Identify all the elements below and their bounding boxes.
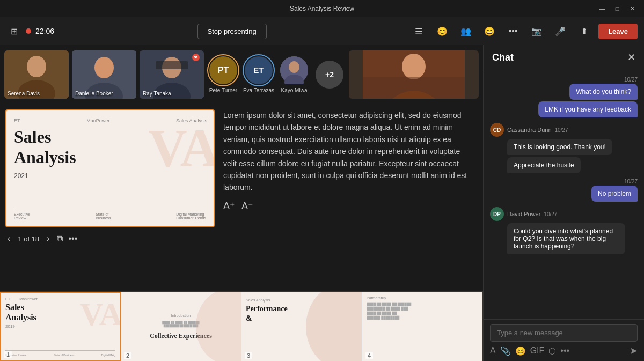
participant-eva[interactable]: ET Eva Terrazas — [243, 50, 275, 99]
slide-counter: 1 of 18 — [18, 235, 39, 243]
slide-watermark: VA — [148, 121, 215, 175]
chat-input-area: A 📎 😊 GIF ⬡ ••• ➤ — [484, 319, 644, 361]
grid-icon: ⊞ — [6, 24, 21, 39]
participants-button[interactable]: 👥 — [457, 22, 475, 40]
mic-button[interactable]: 🎤 — [551, 22, 569, 40]
camera-button[interactable]: 📷 — [528, 22, 546, 40]
svg-point-1 — [27, 56, 46, 77]
thumb-number-1: 1 — [4, 351, 12, 358]
msg-bubble-cassandra-1: This is looking good. Thank you! — [507, 139, 612, 155]
participant-label-serena: Serena Davis — [8, 91, 40, 97]
slide-nav: ‹ 1 of 18 › ⧉ ••• — [5, 232, 215, 246]
svg-point-11 — [289, 61, 299, 73]
participant-label-pete: Pete Turner — [209, 87, 237, 93]
svg-point-14 — [402, 54, 426, 79]
chat-input-field[interactable] — [490, 324, 638, 342]
participant-pete[interactable]: PT Pete Turner — [207, 50, 239, 99]
title-bar: Sales Analysis Review — □ ✕ — [0, 0, 644, 17]
avatar-david: DP — [490, 207, 504, 221]
toolbar-left: ⊞ 22:06 — [6, 24, 54, 39]
participants-strip: Serena Davis Danielle Booker — [0, 45, 483, 104]
toolbar-center: Stop presenting — [58, 24, 405, 39]
chat-title: Chat — [492, 52, 514, 63]
font-decrease-button[interactable]: A⁻ — [241, 200, 253, 212]
chat-toolbar: A 📎 😊 GIF ⬡ ••• ➤ — [490, 345, 638, 357]
time-display: 22:06 — [35, 27, 54, 35]
message-in-david: DP David Power 10/27 Could you dive into… — [490, 207, 638, 254]
format-text-button[interactable]: A — [490, 346, 496, 356]
svg-point-4 — [94, 57, 114, 78]
send-button[interactable]: ➤ — [630, 345, 638, 357]
avatar-cassandra: CD — [490, 123, 504, 137]
sender-date-cassandra: 10/27 — [555, 127, 568, 133]
participant-danielle[interactable]: Danielle Booker — [72, 50, 136, 99]
svg-rect-8 — [156, 61, 188, 69]
emoji-chat-button[interactable]: 😊 — [515, 346, 526, 356]
more-chat-button[interactable]: ••• — [560, 346, 569, 356]
duplicate-slide-button[interactable]: ⧉ — [57, 234, 63, 244]
prev-slide-button[interactable]: ‹ — [5, 232, 12, 246]
participant-label-ray: Ray Tanaka — [143, 91, 171, 97]
toolbar: ⊞ 22:06 Stop presenting ☰ 😊 👥 😄 ••• 📷 🎤 … — [0, 17, 644, 45]
main-slide-preview: ETManPowerSales Analysis SalesAnalysis 2… — [5, 109, 215, 227]
attach-button[interactable]: 📎 — [500, 346, 511, 356]
participant-ray[interactable]: Ray Tanaka ❤ — [140, 50, 204, 99]
slide-panel: ETManPowerSales Analysis SalesAnalysis 2… — [5, 109, 215, 286]
slide-more-button[interactable]: ••• — [68, 234, 77, 244]
chat-panel: Chat ✕ 10/27 What do you think? LMK if y… — [483, 45, 644, 361]
thumb-number-4: 4 — [365, 352, 373, 359]
next-slide-button[interactable]: › — [45, 232, 52, 246]
title-bar-title: Sales Analysis Review — [290, 5, 354, 12]
leave-button[interactable]: Leave — [598, 24, 638, 39]
participant-serena[interactable]: Serena Davis — [4, 50, 69, 99]
thumb-number-3: 3 — [245, 352, 252, 359]
participant-label-kayo: Kayo Miwa — [281, 87, 308, 93]
participant-label-danielle: Danielle Booker — [75, 91, 113, 97]
chat-header: Chat ✕ — [484, 45, 644, 70]
notes-area: Lorem ipsum dolor sit amet, consectetur … — [215, 109, 478, 286]
sender-cassandra: Cassandra Dunn — [507, 127, 552, 133]
share-button[interactable]: ⬆ — [575, 22, 593, 40]
gif-button[interactable]: GIF — [530, 346, 545, 356]
more-button[interactable]: ••• — [504, 22, 522, 40]
close-button[interactable]: ✕ — [627, 3, 638, 14]
minimize-button[interactable]: — — [597, 3, 608, 14]
slide-line — [14, 210, 206, 210]
thumb-number-2: 2 — [124, 352, 131, 359]
toolbar-right: ☰ 😊 👥 😄 ••• 📷 🎤 ⬆ Leave — [409, 22, 638, 40]
sticker-button[interactable]: ⬡ — [548, 346, 556, 356]
participant-kayo[interactable]: Kayo Miwa — [278, 50, 310, 99]
message-in-cassandra: CD Cassandra Dunn 10/27 This is looking … — [490, 123, 638, 173]
menu-icon-button[interactable]: ☰ — [409, 22, 428, 40]
reactions-button[interactable]: 😄 — [480, 22, 499, 40]
msg-date-2: 10/27 — [624, 179, 638, 185]
thumbnail-1[interactable]: ET ManPower SalesAnalysis 2019 VA Execut… — [0, 292, 121, 361]
thumb-collective-label: Collective Experiences — [150, 332, 212, 340]
font-increase-button[interactable]: A⁺ — [223, 200, 235, 212]
presentation-area: ETManPowerSales Analysis SalesAnalysis 2… — [0, 104, 483, 291]
msg-date-1: 10/27 — [624, 77, 638, 83]
recording-indicator — [26, 28, 31, 34]
participant-more[interactable]: +2 — [313, 50, 346, 99]
font-controls: A⁺ A⁻ — [223, 200, 469, 212]
msg-bubble-noproblem: No problem — [591, 186, 638, 202]
maximize-button[interactable]: □ — [612, 3, 623, 14]
slide-notes: Lorem ipsum dolor sit amet, consectetur … — [223, 109, 469, 194]
title-bar-controls: — □ ✕ — [597, 3, 638, 14]
thumbnail-2[interactable]: Introduction ████ ██ ████ ██ ██████ ████… — [121, 292, 241, 361]
emoji-button[interactable]: 😊 — [433, 22, 451, 40]
msg-bubble-1: What do you think? — [569, 84, 638, 100]
sender-date-david: 10/27 — [544, 211, 557, 217]
thumbnail-3[interactable]: Sales Analysis Performance& 3 — [241, 292, 362, 361]
message-out-1: 10/27 What do you think? LMK if you have… — [490, 77, 638, 117]
thumbnail-strip: ET ManPower SalesAnalysis 2019 VA Execut… — [0, 291, 483, 361]
slide-bottom-labels: ExecutiveReview State ofBusiness Digital… — [14, 212, 206, 220]
thumb-title-1: SalesAnalysis — [5, 302, 38, 322]
msg-bubble-2: LMK if you have any feedback — [538, 101, 638, 117]
stop-presenting-button[interactable]: Stop presenting — [197, 24, 267, 39]
thumbnail-4[interactable]: Partnership ████ ██ ████ ██ ██████ █████… — [362, 292, 483, 361]
msg-bubble-david: Could you dive into what's planned for Q… — [507, 223, 625, 254]
content-area: Serena Davis Danielle Booker — [0, 45, 483, 361]
chat-close-button[interactable]: ✕ — [627, 51, 635, 63]
presenter-video — [349, 50, 479, 99]
